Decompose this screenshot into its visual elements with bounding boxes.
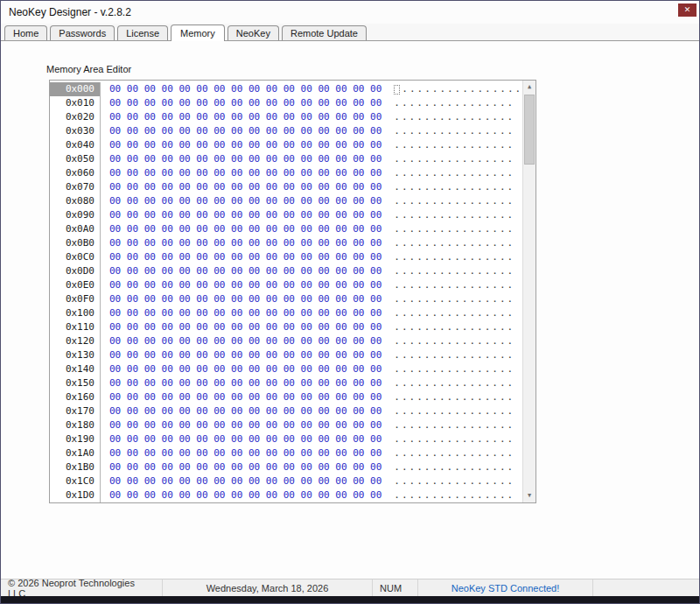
row-ascii[interactable]: ................ [394, 474, 514, 488]
row-address[interactable]: 0x0D0 [50, 264, 101, 278]
row-hex-bytes[interactable]: 00 00 00 00 00 00 00 00 00 00 00 00 00 0… [109, 376, 382, 390]
row-address[interactable]: 0x0E0 [50, 278, 101, 292]
tab-neokey[interactable]: NeoKey [228, 25, 279, 40]
row-address[interactable]: 0x110 [50, 320, 101, 334]
row-address[interactable]: 0x020 [50, 110, 101, 124]
row-ascii[interactable]: ................ [394, 320, 514, 334]
scroll-up-icon[interactable]: ▲ [523, 81, 536, 94]
row-ascii[interactable]: ................ [394, 236, 514, 250]
row-ascii[interactable]: ................ [394, 460, 514, 474]
hex-row[interactable]: 0x18000 00 00 00 00 00 00 00 00 00 00 00… [50, 418, 522, 432]
scrollbar-thumb[interactable] [524, 95, 535, 165]
hex-row[interactable]: 0x0C000 00 00 00 00 00 00 00 00 00 00 00… [50, 250, 522, 264]
row-address[interactable]: 0x160 [50, 390, 101, 404]
hex-row[interactable]: 0x07000 00 00 00 00 00 00 00 00 00 00 00… [50, 180, 522, 194]
hex-row[interactable]: 0x1B000 00 00 00 00 00 00 00 00 00 00 00… [50, 460, 522, 474]
row-hex-bytes[interactable]: 00 00 00 00 00 00 00 00 00 00 00 00 00 0… [109, 418, 382, 432]
hex-row[interactable]: 0x09000 00 00 00 00 00 00 00 00 00 00 00… [50, 208, 522, 222]
tab-license[interactable]: License [117, 25, 168, 40]
hex-row[interactable]: 0x12000 00 00 00 00 00 00 00 00 00 00 00… [50, 334, 522, 348]
row-ascii[interactable]: ................ [394, 334, 514, 348]
hex-row[interactable]: 0x19000 00 00 00 00 00 00 00 00 00 00 00… [50, 432, 522, 446]
hex-row[interactable]: 0x0D000 00 00 00 00 00 00 00 00 00 00 00… [50, 264, 522, 278]
row-ascii[interactable]: ................ [394, 418, 514, 432]
hex-row[interactable]: 0x01000 00 00 00 00 00 00 00 00 00 00 00… [50, 96, 522, 110]
close-button[interactable]: ✕ [678, 4, 696, 17]
row-address[interactable]: 0x0A0 [50, 222, 101, 236]
row-address[interactable]: 0x120 [50, 334, 101, 348]
row-address[interactable]: 0x130 [50, 348, 101, 362]
hex-row[interactable]: 0x15000 00 00 00 00 00 00 00 00 00 00 00… [50, 376, 522, 390]
row-address[interactable]: 0x140 [50, 362, 101, 376]
hex-row[interactable]: 0x16000 00 00 00 00 00 00 00 00 00 00 00… [50, 390, 522, 404]
row-hex-bytes[interactable]: 00 00 00 00 00 00 00 00 00 00 00 00 00 0… [109, 110, 382, 124]
titlebar[interactable]: NeoKey Designer - v.2.8.2 ✕ [1, 1, 699, 24]
hex-row[interactable]: 0x02000 00 00 00 00 00 00 00 00 00 00 00… [50, 110, 522, 124]
hex-row[interactable]: 0x1D000 00 00 00 00 00 00 00 00 00 00 00… [50, 488, 522, 502]
hex-row[interactable]: 0x13000 00 00 00 00 00 00 00 00 00 00 00… [50, 348, 522, 362]
row-address[interactable]: 0x030 [50, 124, 101, 138]
row-hex-bytes[interactable]: 00 00 00 00 00 00 00 00 00 00 00 00 00 0… [109, 278, 382, 292]
row-address[interactable]: 0x040 [50, 138, 101, 152]
hex-row[interactable]: 0x0F000 00 00 00 00 00 00 00 00 00 00 00… [50, 292, 522, 306]
row-hex-bytes[interactable]: 00 00 00 00 00 00 00 00 00 00 00 00 00 0… [109, 348, 382, 362]
row-address[interactable]: 0x060 [50, 166, 101, 180]
hex-row[interactable]: 0x03000 00 00 00 00 00 00 00 00 00 00 00… [50, 124, 522, 138]
row-ascii[interactable]: ................ [394, 152, 514, 166]
row-address[interactable]: 0x1C0 [50, 474, 101, 488]
row-ascii[interactable]: ................ [394, 432, 514, 446]
hex-row[interactable]: 0x0B000 00 00 00 00 00 00 00 00 00 00 00… [50, 236, 522, 250]
row-ascii[interactable]: ................ [394, 166, 514, 180]
hex-row[interactable]: 0x06000 00 00 00 00 00 00 00 00 00 00 00… [50, 166, 522, 180]
row-ascii[interactable]: ................ [394, 264, 514, 278]
scroll-down-icon[interactable]: ▼ [523, 489, 536, 502]
row-address[interactable]: 0x000 [50, 82, 101, 96]
row-address[interactable]: 0x090 [50, 208, 101, 222]
row-hex-bytes[interactable]: 00 00 00 00 00 00 00 00 00 00 00 00 00 0… [109, 432, 382, 446]
row-hex-bytes[interactable]: 00 00 00 00 00 00 00 00 00 00 00 00 00 0… [109, 488, 382, 502]
hex-row[interactable]: 0x0E000 00 00 00 00 00 00 00 00 00 00 00… [50, 278, 522, 292]
row-address[interactable]: 0x0C0 [50, 250, 101, 264]
hex-row[interactable]: 0x14000 00 00 00 00 00 00 00 00 00 00 00… [50, 362, 522, 376]
row-hex-bytes[interactable]: 00 00 00 00 00 00 00 00 00 00 00 00 00 0… [109, 446, 382, 460]
tab-home[interactable]: Home [4, 25, 47, 40]
row-ascii[interactable]: ................ [394, 362, 514, 376]
row-ascii[interactable]: ................ [394, 124, 514, 138]
hex-row[interactable]: 0x0A000 00 00 00 00 00 00 00 00 00 00 00… [50, 222, 522, 236]
row-ascii[interactable]: ................ [394, 208, 514, 222]
tab-remote-update[interactable]: Remote Update [282, 25, 367, 40]
hex-row[interactable]: 0x00000 00 00 00 00 00 00 00 00 00 00 00… [50, 82, 522, 96]
row-hex-bytes[interactable]: 00 00 00 00 00 00 00 00 00 00 00 00 00 0… [109, 320, 382, 334]
row-ascii[interactable]: ................ [394, 180, 514, 194]
row-address[interactable]: 0x150 [50, 376, 101, 390]
tab-memory[interactable]: Memory [171, 25, 225, 41]
row-hex-bytes[interactable]: 00 00 00 00 00 00 00 00 00 00 00 00 00 0… [109, 96, 382, 110]
row-address[interactable]: 0x1D0 [50, 488, 101, 502]
row-hex-bytes[interactable]: 00 00 00 00 00 00 00 00 00 00 00 00 00 0… [109, 166, 382, 180]
row-ascii[interactable]: ................ [394, 110, 514, 124]
row-address[interactable]: 0x070 [50, 180, 101, 194]
row-hex-bytes[interactable]: 00 00 00 00 00 00 00 00 00 00 00 00 00 0… [109, 124, 382, 138]
row-address[interactable]: 0x0B0 [50, 236, 101, 250]
row-hex-bytes[interactable]: 00 00 00 00 00 00 00 00 00 00 00 00 00 0… [109, 264, 382, 278]
row-ascii[interactable]: ................ [394, 348, 514, 362]
tab-passwords[interactable]: Passwords [50, 25, 115, 40]
row-hex-bytes[interactable]: 00 00 00 00 00 00 00 00 00 00 00 00 00 0… [109, 194, 382, 208]
row-address[interactable]: 0x1B0 [50, 460, 101, 474]
row-ascii[interactable]: ................ [394, 404, 514, 418]
row-ascii[interactable]: ................ [394, 250, 514, 264]
row-ascii[interactable]: ................ [394, 138, 514, 152]
hex-row[interactable]: 0x1C000 00 00 00 00 00 00 00 00 00 00 00… [50, 474, 522, 488]
row-hex-bytes[interactable]: 00 00 00 00 00 00 00 00 00 00 00 00 00 0… [109, 236, 382, 250]
row-ascii[interactable]: ................ [394, 390, 514, 404]
row-ascii[interactable]: ................ [394, 446, 514, 460]
row-ascii[interactable]: ................ [394, 278, 514, 292]
row-address[interactable]: 0x180 [50, 418, 101, 432]
vertical-scrollbar[interactable]: ▲ ▼ [522, 81, 536, 502]
row-hex-bytes[interactable]: 00 00 00 00 00 00 00 00 00 00 00 00 00 0… [109, 82, 382, 96]
hex-row[interactable]: 0x11000 00 00 00 00 00 00 00 00 00 00 00… [50, 320, 522, 334]
row-hex-bytes[interactable]: 00 00 00 00 00 00 00 00 00 00 00 00 00 0… [109, 138, 382, 152]
row-ascii[interactable]: ................ [394, 488, 514, 502]
row-hex-bytes[interactable]: 00 00 00 00 00 00 00 00 00 00 00 00 00 0… [109, 390, 382, 404]
row-ascii[interactable]: ................ [394, 222, 514, 236]
